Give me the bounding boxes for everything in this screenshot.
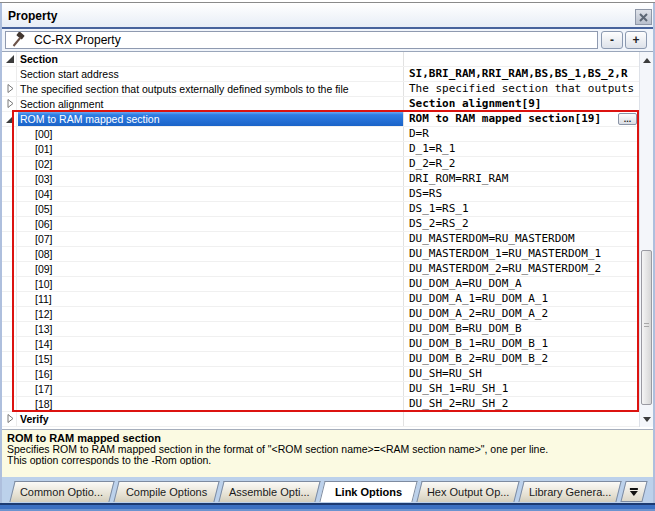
property-value-cell[interactable]: DS=RS [404,187,639,201]
row-label: ROM to RAM mapped section [18,112,403,126]
row-label: [10] [18,277,403,291]
property-row[interactable]: [04] DS=RS [2,187,639,202]
category-tab[interactable]: Common Optio... [9,481,114,502]
row-expander-icon [2,292,18,306]
row-expander-icon[interactable] [2,52,18,66]
tab-label: Compile Options [126,486,207,498]
row-label: [16] [18,367,403,381]
category-tab[interactable]: Library Genera... [518,481,621,502]
property-row[interactable]: [06] DS_2=RS_2 [2,217,639,232]
row-expander-icon [2,127,18,141]
row-expander-icon [2,382,18,396]
property-row[interactable]: Section alignment Section alignment[9] [2,97,639,112]
row-value: DU_DOM_A_2=RU_DOM_A_2 [409,307,548,320]
property-name-cell: [18] [2,397,404,411]
property-value-cell[interactable]: DRI_ROM=RRI_RAM [404,172,639,186]
property-row[interactable]: [15] DU_DOM_B_2=RU_DOM_B_2 [2,352,639,367]
property-value-cell[interactable]: D_2=R_2 [404,157,639,171]
close-button[interactable] [635,9,652,25]
property-value-cell[interactable]: DU_MASTERDOM=RU_MASTERDOM [404,232,639,246]
property-value-cell[interactable] [404,412,639,426]
property-row[interactable]: [09] DU_MASTERDOM_2=RU_MASTERDOM_2 [2,262,639,277]
property-value-cell[interactable]: DS_1=RS_1 [404,202,639,216]
row-value: DU_DOM_B=RU_DOM_B [409,322,522,335]
ellipsis-button[interactable]: ... [618,113,637,125]
property-value-cell[interactable]: DU_MASTERDOM_1=RU_MASTERDOM_1 [404,247,639,261]
row-label: The specified section that outputs exter… [18,82,403,96]
row-expander-icon[interactable] [2,112,18,126]
category-tab[interactable]: Hex Output Op... [416,481,519,502]
row-expander-icon[interactable] [2,97,18,111]
property-value-cell[interactable] [404,52,639,66]
property-row[interactable]: [01] D_1=R_1 [2,142,639,157]
property-value-cell[interactable]: DU_DOM_B=RU_DOM_B [404,322,639,336]
property-value-cell[interactable]: DU_SH=RU_SH [404,367,639,381]
row-value: DU_SH_1=RU_SH_1 [409,382,508,395]
property-toolbar: CC-RX Property - + [2,29,653,52]
property-name-cell: [09] [2,262,404,276]
row-expander-icon[interactable] [2,82,18,96]
property-row[interactable]: [11] DU_DOM_A_1=RU_DOM_A_1 [2,292,639,307]
property-row[interactable]: [08] DU_MASTERDOM_1=RU_MASTERDOM_1 [2,247,639,262]
category-tab[interactable]: Assemble Opti... [218,481,320,502]
property-value-cell[interactable]: The specified section that outputs exter… [404,82,639,96]
row-value: D_2=R_2 [409,157,455,170]
property-row[interactable]: [13] DU_DOM_B=RU_DOM_B [2,322,639,337]
property-row[interactable]: [05] DS_1=RS_1 [2,202,639,217]
property-row[interactable]: [03] DRI_ROM=RRI_RAM [2,172,639,187]
property-value-cell[interactable]: DU_SH_1=RU_SH_1 [404,382,639,396]
scrollbar-thumb[interactable] [641,250,652,405]
row-value: The specified section that outputs exter… [409,82,639,95]
property-value-cell[interactable]: DU_DOM_B_1=RU_DOM_B_1 [404,337,639,351]
property-row[interactable]: [18] DU_SH_2=RU_SH_2 [2,397,639,412]
property-value-cell[interactable]: DS_2=RS_2 [404,217,639,231]
property-row[interactable]: [16] DU_SH=RU_SH [2,367,639,382]
category-tab[interactable]: Compile Options [113,481,219,502]
property-value-cell[interactable]: ROM to RAM mapped section[19] ... [404,112,639,126]
scroll-up-button[interactable] [640,54,653,66]
row-label: [07] [18,232,403,246]
property-row[interactable]: [12] DU_DOM_A_2=RU_DOM_A_2 [2,307,639,322]
property-value-cell[interactable]: DU_DOM_B_2=RU_DOM_B_2 [404,352,639,366]
row-expander-icon [2,367,18,381]
row-expander-icon [2,67,18,81]
property-name-cell: [06] [2,217,404,231]
collapse-all-button[interactable]: - [601,31,623,49]
row-value: DU_SH=RU_SH [409,367,482,380]
property-row[interactable]: [10] DU_DOM_A=RU_DOM_A [2,277,639,292]
property-row[interactable]: Section [2,52,639,67]
property-value-cell[interactable]: DU_MASTERDOM_2=RU_MASTERDOM_2 [404,262,639,276]
property-row[interactable]: Verify [2,412,639,427]
property-value-cell[interactable]: DU_DOM_A=RU_DOM_A [404,277,639,291]
tab-overflow-icon [630,488,638,496]
row-value: DU_DOM_A_1=RU_DOM_A_1 [409,292,548,305]
scroll-down-button[interactable] [640,413,653,425]
property-value-cell[interactable]: SI,BRI_RAM,RRI_RAM,BS,BS_1,BS_2,R [404,67,639,81]
property-value-cell[interactable]: D_1=R_1 [404,142,639,156]
row-expander-icon[interactable] [2,412,18,426]
property-row[interactable]: [17] DU_SH_1=RU_SH_1 [2,382,639,397]
property-value-cell[interactable]: D=R [404,127,639,141]
property-row[interactable]: [14] DU_DOM_B_1=RU_DOM_B_1 [2,337,639,352]
category-tab[interactable]: Link Options [319,481,417,502]
panel-titlebar: Property [2,3,653,27]
tab-overflow-button[interactable] [620,481,647,502]
property-row[interactable]: [02] D_2=R_2 [2,157,639,172]
property-row[interactable]: The specified section that outputs exter… [2,82,639,97]
expand-all-button[interactable]: + [625,31,647,49]
row-label: [04] [18,187,403,201]
property-row[interactable]: [00] D=R [2,127,639,142]
panel-title: Property [8,9,57,23]
row-expander-icon [2,217,18,231]
property-value-cell[interactable]: DU_SH_2=RU_SH_2 [404,397,639,411]
property-name-cell: [16] [2,367,404,381]
property-name-cell: [07] [2,232,404,246]
row-value: D=R [409,127,429,140]
property-row[interactable]: [07] DU_MASTERDOM=RU_MASTERDOM [2,232,639,247]
vertical-scrollbar[interactable] [639,52,653,427]
property-value-cell[interactable]: DU_DOM_A_2=RU_DOM_A_2 [404,307,639,321]
property-value-cell[interactable]: Section alignment[9] [404,97,639,111]
property-row[interactable]: ROM to RAM mapped section ROM to RAM map… [2,112,639,127]
property-row[interactable]: Section start address SI,BRI_RAM,RRI_RAM… [2,67,639,82]
property-value-cell[interactable]: DU_DOM_A_1=RU_DOM_A_1 [404,292,639,306]
